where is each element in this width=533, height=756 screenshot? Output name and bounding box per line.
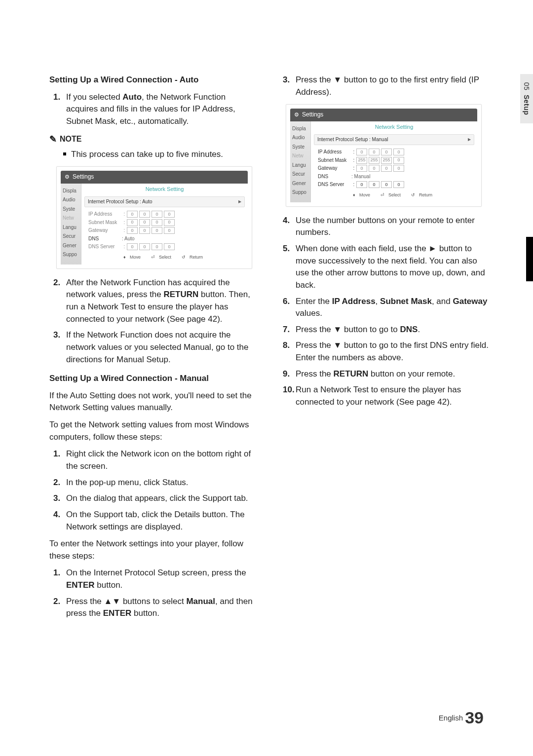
manual-intro-1: If the Auto Setting does not work, you'l… [49,390,259,414]
ip-octet: 0 [152,227,162,234]
ip-octet: 0 [139,211,150,218]
page-footer: English 39 [439,708,484,727]
ip-octet: 255 [356,157,367,164]
chapter-num: 05 [523,82,531,91]
note-heading: ✎ NOTE [49,133,259,146]
ip-octet: 0 [356,165,367,172]
screenshot-auto: ⚙ Settings Displa Audio Syste Netw Langu… [56,166,252,268]
screenshot-footer: ♦ Move ⏎ Select ↺ Return [314,189,474,199]
manual-intro-2: To get the Network setting values from m… [49,419,259,443]
ip-field-row: Subnet Mask:2552552550 [314,156,474,165]
chevron-right-icon: ▶ [468,137,471,143]
ip-field-row: Subnet Mask:0000 [84,219,245,227]
list-item: 9.Press the RETURN button on your remote… [283,368,489,380]
list-item: 8.Press the ▼ button to go to the first … [283,340,489,364]
thumb-indicator [526,237,533,281]
screenshot-titlebar: ⚙ Settings [290,109,477,121]
ip-octet: 0 [393,165,404,172]
ip-octet: 0 [369,165,380,172]
ip-octet: 0 [139,219,150,226]
dns-row: DNS : Auto [84,235,245,243]
ip-octet: 255 [369,157,380,164]
manual-enter-intro: To enter the Network settings into your … [49,538,259,562]
ip-octet: 0 [127,211,138,218]
ip-octet: 0 [127,219,138,226]
heading-auto: Setting Up a Wired Connection - Auto [49,74,259,86]
right-step-3: 3. Press the ▼ button to go to the first… [283,74,489,98]
auto-step-1: 1. If you selected Auto, the Network Fun… [53,91,259,128]
screenshot-titlebar: ⚙ Settings [61,171,248,183]
enter-step-1: 1. On the Internet Protocol Setup screen… [53,567,259,591]
ip-octet: 0 [393,149,404,155]
auto-step-2: 2. After the Network Function has acquir… [53,277,259,326]
heading-manual: Setting Up a Wired Connection - Manual [49,373,259,385]
enter-step-2: 2. Press the ▲▼ buttons to select Manual… [53,596,259,620]
list-item: 4.Use the number buttons on your remote … [283,215,489,239]
ip-octet: 0 [164,219,175,226]
note-body: This process can take up to five minutes… [49,149,259,161]
ip-octet: 0 [139,227,150,234]
list-item: 1.Right click the Network icon on the bo… [53,448,259,472]
screenshot-footer: ♦ Move ⏎ Select ↺ Return [84,251,245,262]
dns-server-row: DNS Server : 0000 [84,243,245,251]
ip-octet: 0 [393,157,404,164]
screenshot-header: Network Setting [84,184,245,196]
screenshot-header: Network Setting [314,121,474,134]
ip-octet: 0 [381,165,392,172]
auto-step-3: 3. If the Network Function does not acqu… [53,329,259,366]
ip-octet: 0 [127,227,138,234]
ip-field-row: IP Address:0000 [314,148,474,156]
list-item: 4.On the Support tab, click the Details … [53,509,259,533]
gear-icon: ⚙ [65,173,70,181]
gear-icon: ⚙ [294,111,299,119]
ip-octet: 0 [381,149,392,155]
ip-octet: 0 [152,219,162,226]
list-item: 2.In the pop-up menu, click Status. [53,477,259,489]
list-item: 10.Run a Network Test to ensure the play… [283,384,489,408]
list-item: 7.Press the ▼ button to go to DNS. [283,324,489,336]
ip-octet: 0 [356,149,367,155]
chapter-label: Setup [523,95,531,115]
ip-octet: 0 [152,211,162,218]
note-icon: ✎ [49,133,57,146]
ip-octet: 255 [381,157,392,164]
ip-octet: 0 [369,149,380,155]
chapter-tab: 05 Setup [520,74,533,123]
ip-field-row: Gateway:0000 [314,164,474,173]
dns-server-row: DNS Server : 0000 [314,181,474,189]
list-item: 5.When done with each field, use the ► b… [283,243,489,292]
ip-octet: 0 [164,227,175,234]
list-item: 6.Enter the IP Address, Subnet Mask, and… [283,296,489,320]
list-item: 3.On the dialog that appears, click the … [53,492,259,505]
ip-octet: 0 [164,211,175,218]
screenshot-manual: ⚙ Settings Displa Audio Syste Netw Langu… [286,104,482,206]
ip-field-row: IP Address:0000 [84,210,245,219]
dns-row: DNS : Manual [314,173,474,181]
ip-field-row: Gateway:0000 [84,227,245,235]
bullet-icon [63,152,66,155]
screenshot-sidebar: Displa Audio Syste Netw Langu Secur Gene… [290,121,311,202]
protocol-row: Internet Protocol Setup : Manual▶ [314,134,474,146]
screenshot-sidebar: Displa Audio Syste Netw Langu Secur Gene… [61,184,81,265]
chevron-right-icon: ▶ [238,199,241,205]
protocol-row: Internet Protocol Setup : Auto▶ [84,196,245,208]
